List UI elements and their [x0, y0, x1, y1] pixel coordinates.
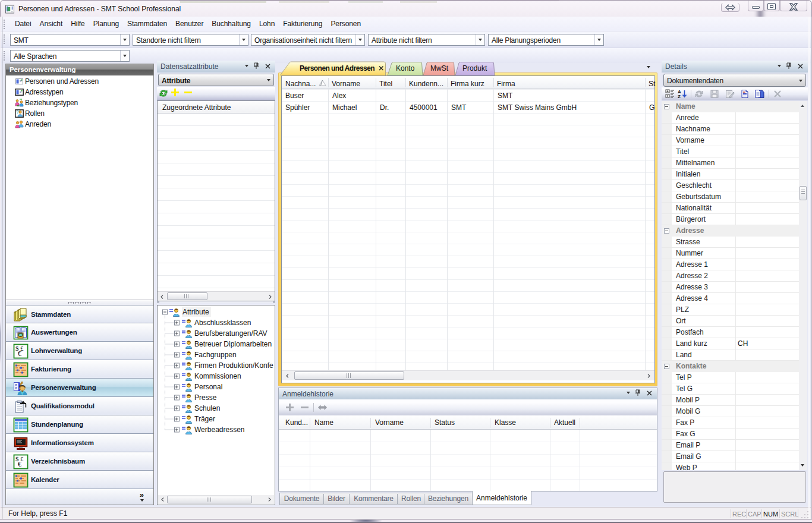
svg-text:?: ?	[16, 110, 18, 114]
svg-text:Z: Z	[678, 94, 681, 99]
svg-text:€: €	[18, 349, 21, 358]
svg-text:€: €	[18, 460, 21, 468]
